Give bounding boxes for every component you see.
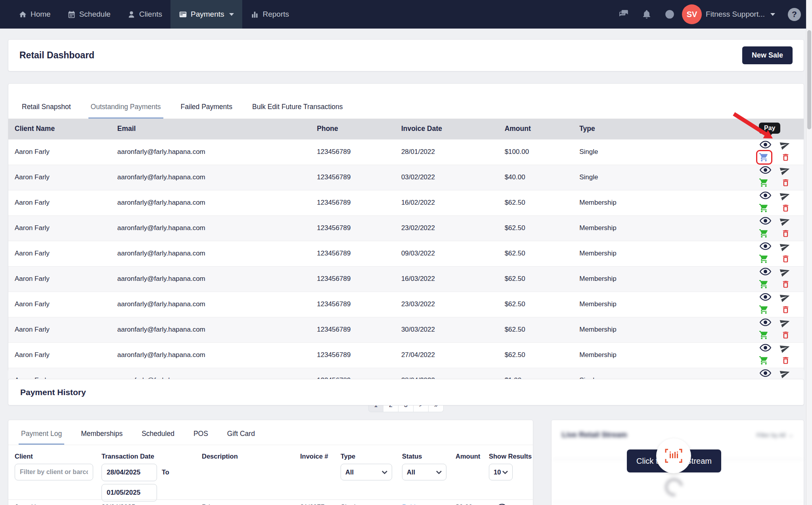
pay-cart-icon[interactable] (756, 175, 772, 190)
delete-icon[interactable] (781, 178, 790, 188)
delete-icon[interactable] (781, 279, 790, 289)
col-phone: Phone (310, 119, 395, 139)
send-invoice-icon[interactable] (780, 317, 790, 328)
loading-spinner (661, 474, 687, 500)
page-header-card: Retail Dashboard New Sale (8, 39, 804, 71)
filter-type: Type All (341, 453, 392, 480)
view-icon[interactable] (760, 217, 771, 225)
send-invoice-icon[interactable] (780, 241, 790, 252)
scrollbar[interactable] (806, 0, 812, 505)
tab-payment-log[interactable]: Payment Log (19, 420, 64, 445)
date-from-input[interactable] (102, 464, 157, 481)
cell-type: Membership (573, 241, 730, 266)
tab-retail-snapshot[interactable]: Retail Snapshot (19, 93, 73, 119)
send-invoice-icon[interactable] (780, 216, 790, 226)
table-row: Aaron Farly aaronfarly@farly.hapana.com … (8, 266, 804, 292)
view-icon[interactable] (760, 242, 771, 250)
cell-email: aaronfarly@farly.hapana.com (111, 317, 311, 342)
bar-chart-icon (251, 10, 259, 19)
send-invoice-icon[interactable] (780, 343, 790, 353)
nav-home[interactable]: Home (10, 0, 59, 29)
pay-cart-icon[interactable] (756, 201, 772, 215)
pay-cart-icon[interactable] (756, 328, 772, 342)
view-icon[interactable] (760, 166, 771, 174)
view-icon[interactable] (760, 191, 771, 200)
client-filter-input[interactable] (15, 464, 93, 480)
status-label: Status (402, 453, 446, 460)
cell-phone: 123456789 (310, 190, 395, 215)
send-invoice-icon[interactable] (780, 267, 790, 277)
date-to-input[interactable] (102, 484, 157, 501)
view-icon[interactable] (497, 503, 507, 505)
pay-cart-icon[interactable] (756, 277, 772, 292)
cell-email: aaronfarly@farly.hapana.com (111, 342, 311, 368)
send-invoice-icon[interactable] (780, 140, 790, 150)
invoice-label: Invoice # (300, 453, 328, 460)
cell-type: Membership (573, 317, 730, 342)
clock-icon[interactable] (665, 9, 675, 19)
page-title: Retail Dashboard (19, 50, 94, 61)
table-row: Aaron Farly aaronfarly@farly.hapana.com … (8, 139, 804, 165)
cell-actions (730, 241, 804, 266)
nav-payments[interactable]: Payments (170, 0, 242, 29)
scrollbar-thumb[interactable] (807, 30, 811, 129)
status-select[interactable]: All (402, 464, 446, 480)
barcode-scan-button[interactable] (656, 438, 691, 473)
show-results-value: 10 (494, 469, 501, 476)
tab-pos[interactable]: POS (191, 420, 211, 445)
send-invoice-icon[interactable] (780, 165, 790, 175)
delete-icon[interactable] (781, 203, 790, 213)
send-invoice-icon[interactable] (780, 368, 790, 378)
view-icon[interactable] (760, 369, 771, 377)
tab-memberships[interactable]: Memberships (79, 420, 125, 445)
nav-reports[interactable]: Reports (242, 0, 297, 29)
cell-invoice-date: 16/03/2022 (395, 266, 498, 292)
log-actions (497, 503, 523, 505)
send-invoice-icon[interactable] (780, 292, 790, 302)
filter-show-results: Show Results 10 (489, 453, 532, 480)
pay-cart-icon[interactable] (756, 353, 772, 368)
tab-scheduled[interactable]: Scheduled (139, 420, 177, 445)
delete-icon[interactable] (781, 305, 790, 315)
delete-icon[interactable] (781, 228, 790, 238)
pay-cart-icon[interactable] (756, 252, 772, 266)
cell-client-name: Aaron Farly (8, 241, 111, 266)
nav-schedule[interactable]: Schedule (59, 0, 119, 29)
view-icon[interactable] (760, 293, 771, 301)
chevron-down-icon (436, 470, 442, 474)
show-results-select[interactable]: 10 (489, 464, 513, 480)
cell-client-name: Aaron Farly (8, 165, 111, 190)
table-row: Aaron Farly aaronfarly@farly.hapana.com … (8, 317, 804, 342)
chat-icon[interactable] (619, 9, 629, 19)
pay-cart-icon[interactable] (756, 150, 772, 165)
delete-icon[interactable] (781, 152, 790, 162)
help-icon[interactable]: ? (788, 8, 801, 21)
tab-failed-payments[interactable]: Failed Payments (178, 93, 235, 119)
pay-cart-icon[interactable] (756, 302, 772, 317)
nav-clients[interactable]: Clients (119, 0, 170, 29)
delete-icon[interactable] (781, 355, 790, 365)
filter-invoice: Invoice # (300, 453, 328, 464)
send-invoice-icon[interactable] (780, 190, 790, 201)
nav-schedule-label: Schedule (79, 10, 111, 19)
view-icon[interactable] (760, 267, 771, 276)
cell-actions (730, 165, 804, 190)
bell-icon[interactable] (642, 9, 652, 19)
tab-gift-card[interactable]: Gift Card (225, 420, 257, 445)
send-invoice-icon[interactable] (512, 502, 524, 505)
tab-outstanding-payments[interactable]: Outstanding Payments (88, 93, 163, 119)
stream-filter[interactable]: Filter by All ⌄ (756, 431, 793, 438)
delete-icon[interactable] (781, 330, 790, 340)
log-status[interactable]: Paid (402, 503, 416, 505)
tab-bulk-edit[interactable]: Bulk Edit Future Transactions (250, 93, 345, 119)
account-menu[interactable]: SV Fitness Support... (682, 4, 775, 24)
type-select[interactable]: All (341, 464, 392, 480)
view-icon[interactable] (760, 344, 771, 352)
pay-cart-icon[interactable] (756, 226, 772, 241)
delete-icon[interactable] (781, 254, 790, 264)
cell-actions (730, 317, 804, 342)
table-row: Aaron Farly aaronfarly@farly.hapana.com … (8, 342, 804, 368)
view-icon[interactable] (760, 318, 771, 326)
new-sale-button[interactable]: New Sale (742, 46, 793, 64)
transaction-date-label: Transaction Date (102, 453, 157, 460)
